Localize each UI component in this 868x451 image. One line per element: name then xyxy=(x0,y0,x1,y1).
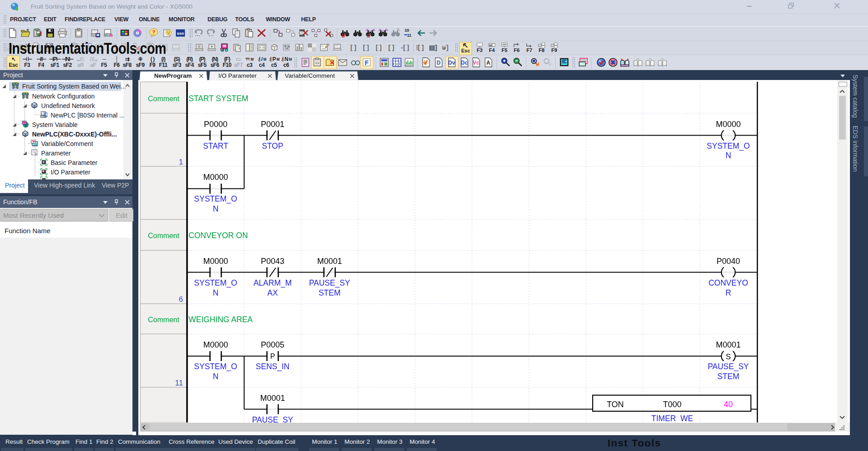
svg-text:D: D xyxy=(437,60,441,66)
svg-text:P0005: P0005 xyxy=(261,340,284,349)
svg-text:START: START xyxy=(203,141,228,150)
svg-text:M0000: M0000 xyxy=(203,340,228,349)
svg-text:PAUSE_SY: PAUSE_SY xyxy=(309,278,350,288)
svg-text:M0000: M0000 xyxy=(203,173,228,182)
svg-text:P0043: P0043 xyxy=(261,257,284,266)
svg-text:AX: AX xyxy=(267,288,278,297)
svg-text:D: D xyxy=(342,33,345,38)
svg-text:STEM: STEM xyxy=(319,288,341,297)
svg-text:D: D xyxy=(367,33,370,38)
svg-text:Dc: Dc xyxy=(461,60,468,66)
svg-text:Comment: Comment xyxy=(148,316,179,324)
svg-text:CONVEYO: CONVEYO xyxy=(708,278,748,287)
svg-text:6: 6 xyxy=(179,295,183,304)
svg-text:SYSTEM_O: SYSTEM_O xyxy=(194,194,237,204)
svg-text:M0000: M0000 xyxy=(716,120,741,129)
svg-text:N: N xyxy=(213,204,219,213)
svg-text:A: A xyxy=(486,60,491,66)
svg-text:N: N xyxy=(213,372,219,381)
svg-text:a→o: a→o xyxy=(379,28,388,32)
svg-text:P: P xyxy=(270,352,275,360)
svg-text:Comment: Comment xyxy=(148,95,179,103)
svg-text:N: N xyxy=(213,288,219,297)
svg-text:M0001: M0001 xyxy=(317,257,342,266)
svg-text:T000: T000 xyxy=(663,400,681,409)
svg-text:P0000: P0000 xyxy=(204,120,227,129)
svg-text:40: 40 xyxy=(724,400,733,409)
svg-text:sso: sso xyxy=(177,31,184,36)
svg-text:SYSTEM_O: SYSTEM_O xyxy=(194,278,237,288)
svg-text:1: 1 xyxy=(179,158,183,166)
svg-text:SENS_IN: SENS_IN xyxy=(256,362,290,371)
svg-text:M0001: M0001 xyxy=(716,340,741,349)
svg-text:STOP: STOP xyxy=(262,141,283,150)
svg-text:TIMER_WE: TIMER_WE xyxy=(651,414,693,423)
svg-text:SYSTEM_O: SYSTEM_O xyxy=(194,362,237,371)
svg-text:N: N xyxy=(489,44,491,47)
svg-text:PAUSE_SY: PAUSE_SY xyxy=(708,362,749,371)
svg-text:M0001: M0001 xyxy=(260,394,285,403)
svg-text:P0040: P0040 xyxy=(717,257,740,266)
svg-text:SYSTEM_O: SYSTEM_O xyxy=(707,141,750,151)
svg-text:S: S xyxy=(726,352,731,361)
svg-text:STEM: STEM xyxy=(717,372,740,381)
svg-text:<>: <> xyxy=(315,61,320,65)
svg-text:CONVEYOR ON: CONVEYOR ON xyxy=(189,231,248,240)
svg-text:a→o: a→o xyxy=(366,28,375,32)
svg-text:P0001: P0001 xyxy=(261,120,284,129)
svg-text:N: N xyxy=(726,151,731,160)
svg-text:TON: TON xyxy=(607,400,624,409)
svg-text:ALARM_M: ALARM_M xyxy=(254,278,292,288)
svg-text:Comment: Comment xyxy=(148,232,179,240)
svg-text:R: R xyxy=(726,288,731,297)
svg-text:WEIGHING AREA: WEIGHING AREA xyxy=(189,315,253,324)
svg-text:Dv: Dv xyxy=(448,60,455,66)
svg-text:START SYSTEM: START SYSTEM xyxy=(189,94,248,103)
svg-text:F: F xyxy=(365,59,369,66)
svg-text:11: 11 xyxy=(407,33,411,38)
svg-text:11: 11 xyxy=(175,379,183,387)
svg-text:?: ? xyxy=(152,29,156,35)
svg-text:M0000: M0000 xyxy=(203,257,228,266)
svg-text:Vc: Vc xyxy=(473,60,480,66)
svg-text:10: 10 xyxy=(405,28,409,33)
